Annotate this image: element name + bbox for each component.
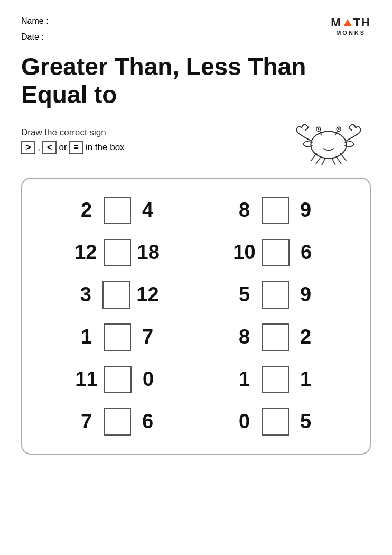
problem-11-left: 7 xyxy=(76,410,97,433)
problem-row-4: 1 7 8 2 xyxy=(38,316,354,358)
svg-point-6 xyxy=(338,128,340,130)
greater-than-sign: > xyxy=(21,141,35,154)
problem-1-left: 2 xyxy=(76,199,97,221)
problem-3-box[interactable] xyxy=(104,239,131,266)
problem-12-right: 5 xyxy=(295,410,316,433)
problem-1: 2 4 xyxy=(59,197,175,224)
problem-8-left: 8 xyxy=(234,326,255,348)
problem-11-right: 6 xyxy=(137,410,158,433)
math-monks-logo: M TH MONKS xyxy=(331,16,371,36)
problem-10-box[interactable] xyxy=(262,366,289,393)
instructions-area: Draw the correct sign > , < or = in the … xyxy=(21,114,371,167)
problems-grid: 2 4 8 9 12 18 10 6 xyxy=(38,189,354,443)
problem-10-left: 1 xyxy=(234,368,255,391)
logo-math-text: M TH xyxy=(331,16,371,30)
problem-5-left: 3 xyxy=(75,283,96,306)
problem-7-right: 7 xyxy=(137,326,158,348)
problem-7: 1 7 xyxy=(59,323,175,351)
problem-6-left: 5 xyxy=(234,283,255,306)
header: Name : Date : M TH MONKS xyxy=(21,16,371,42)
crab-illustration xyxy=(286,114,371,167)
svg-line-11 xyxy=(336,156,341,164)
problem-5-right: 12 xyxy=(136,283,158,306)
problem-4: 10 6 xyxy=(217,239,333,266)
problem-3: 12 18 xyxy=(59,239,175,266)
logo-m1: M xyxy=(331,16,341,30)
signs-row: > , < or = in the box xyxy=(21,141,125,154)
problem-5-box[interactable] xyxy=(102,281,130,309)
problem-7-left: 1 xyxy=(76,326,97,348)
problem-row-3: 3 12 5 9 xyxy=(38,274,354,316)
date-label: Date : xyxy=(21,32,44,42)
worksheet-box: 2 4 8 9 12 18 10 6 xyxy=(21,178,371,455)
problem-11: 7 6 xyxy=(59,408,175,436)
problem-4-box[interactable] xyxy=(262,239,290,266)
problem-10-right: 1 xyxy=(295,368,316,391)
svg-point-3 xyxy=(318,128,319,130)
problem-3-right: 18 xyxy=(137,241,160,264)
problem-2-left: 8 xyxy=(234,199,255,221)
problem-12-box[interactable] xyxy=(262,408,289,436)
problem-11-box[interactable] xyxy=(104,408,131,436)
problem-6-right: 9 xyxy=(295,283,316,306)
problem-9: 11 0 xyxy=(59,366,175,393)
problem-1-right: 4 xyxy=(137,199,158,221)
problem-8: 8 2 xyxy=(217,323,333,351)
instructions-line1: Draw the correct sign xyxy=(21,127,125,138)
date-row: Date : xyxy=(21,32,201,42)
problem-2-box[interactable] xyxy=(262,197,289,224)
name-label: Name : xyxy=(21,16,49,26)
name-line xyxy=(53,16,201,26)
logo-th: TH xyxy=(353,16,371,30)
problem-row-6: 7 6 0 5 xyxy=(38,401,354,443)
problem-1-box[interactable] xyxy=(104,197,131,224)
or-text: or xyxy=(59,142,67,153)
less-than-sign: < xyxy=(42,141,57,154)
instructions-block: Draw the correct sign > , < or = in the … xyxy=(21,127,125,154)
problem-12-left: 0 xyxy=(234,410,255,433)
title-section: Greater Than, Less Than Equal to xyxy=(21,53,371,109)
logo-triangle-icon xyxy=(343,19,352,26)
comma-separator: , xyxy=(38,142,40,153)
problem-9-left: 11 xyxy=(75,368,97,391)
name-date-section: Name : Date : xyxy=(21,16,201,42)
equal-sign: = xyxy=(69,141,83,154)
problem-6-box[interactable] xyxy=(262,281,289,309)
svg-line-7 xyxy=(311,153,316,161)
problem-row-2: 12 18 10 6 xyxy=(38,232,354,274)
problem-12: 0 5 xyxy=(217,408,333,436)
problem-8-box[interactable] xyxy=(262,323,289,351)
svg-line-9 xyxy=(322,158,325,165)
suffix-text: in the box xyxy=(86,142,125,153)
svg-line-12 xyxy=(332,158,335,165)
name-row: Name : xyxy=(21,16,201,26)
problem-7-box[interactable] xyxy=(104,323,131,351)
problem-2-right: 9 xyxy=(295,199,316,221)
svg-line-10 xyxy=(340,153,346,161)
title-line1: Greater Than, Less Than xyxy=(21,53,371,81)
title-line2: Equal to xyxy=(21,81,371,109)
logo-monks-text: MONKS xyxy=(336,30,366,36)
problem-4-right: 6 xyxy=(296,241,317,264)
problem-9-box[interactable] xyxy=(104,366,132,393)
problem-2: 8 9 xyxy=(217,197,333,224)
problem-5: 3 12 xyxy=(59,281,175,309)
problem-10: 1 1 xyxy=(217,366,333,393)
svg-line-8 xyxy=(316,156,321,164)
problem-4-left: 10 xyxy=(233,241,255,264)
problem-9-right: 0 xyxy=(138,368,159,391)
problem-6: 5 9 xyxy=(217,281,333,309)
problem-row-1: 2 4 8 9 xyxy=(38,189,354,232)
problem-8-right: 2 xyxy=(295,326,316,348)
problem-row-5: 11 0 1 1 xyxy=(38,358,354,401)
problem-3-left: 12 xyxy=(74,241,97,264)
page-title: Greater Than, Less Than Equal to xyxy=(21,53,371,109)
date-line xyxy=(48,32,133,42)
